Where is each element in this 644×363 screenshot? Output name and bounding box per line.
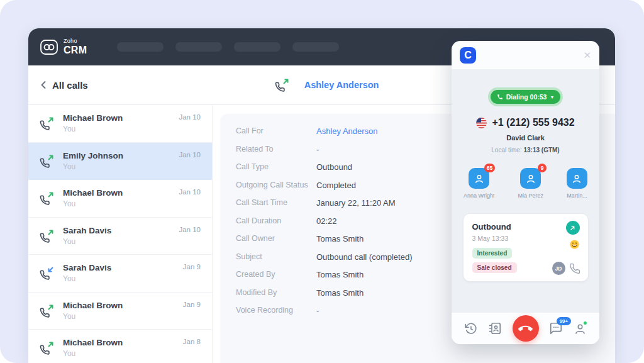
close-icon[interactable]: ✕ (583, 50, 591, 60)
arrow-up-right-icon (566, 221, 580, 235)
dialed-phone-number: +1 (212) 555 9432 (492, 117, 574, 128)
call-date: Jan 10 (179, 151, 201, 159)
contact-name: Anna Wright (464, 193, 494, 199)
agent-status-button[interactable] (574, 322, 587, 335)
field-label: Call Type (236, 162, 316, 172)
caller-name: Michael Brown (63, 113, 179, 123)
zoho-rings-icon (40, 39, 58, 55)
dialer-widget: C ✕ Dialing 00:53 ▼ +1 (212) 555 9432 (452, 41, 599, 344)
contact-avatar-icon: 9 (520, 168, 541, 189)
outgoing-call-icon (40, 303, 55, 318)
agent-avatar: JD (552, 262, 565, 275)
nav-menu (117, 42, 339, 52)
dialer-header: C ✕ (452, 41, 599, 69)
notification-badge: 9 (538, 164, 547, 172)
call-card-title: Outbound (472, 222, 579, 232)
phone-icon (497, 94, 503, 100)
list-item[interactable]: Michael BrownYou Jan 10 (28, 105, 212, 143)
field-value: Outbound (316, 162, 352, 172)
nav-item-placeholder-1[interactable] (117, 42, 164, 52)
chevron-left-icon (40, 81, 47, 89)
field-value: - (316, 306, 319, 315)
call-owner-label: You (63, 199, 179, 208)
field-value-link[interactable]: Ashley Anderson (316, 126, 378, 136)
address-book-icon (488, 321, 502, 335)
outgoing-call-icon (40, 154, 55, 169)
field-label: Call Start Time (236, 198, 316, 208)
list-item[interactable]: Michael BrownYou Jan 8 (28, 330, 212, 363)
field-label: Subject (236, 252, 316, 262)
field-value: Tomas Smith (316, 270, 364, 279)
call-owner-label: You (63, 125, 179, 133)
callee-name: David Clark (506, 134, 545, 142)
us-flag-icon (476, 118, 487, 128)
field-value: Completed (316, 181, 356, 190)
chevron-down-icon: ▼ (550, 95, 554, 99)
dialing-status-label: Dialing 00:53 (506, 93, 547, 101)
messages-button[interactable]: 99+ (549, 321, 563, 335)
field-label: Call Owner (236, 234, 316, 243)
brand-crm: CRM (64, 45, 87, 55)
contact-avatar-icon (567, 168, 587, 189)
list-item[interactable]: Sarah DavisYou Jan 10 (28, 218, 212, 255)
quick-contact[interactable]: 65 Anna Wright (464, 168, 494, 199)
nav-item-placeholder-2[interactable] (175, 42, 222, 52)
call-date: Jan 9 (183, 301, 201, 308)
list-item[interactable]: Michael BrownYou Jan 9 (28, 293, 212, 330)
outgoing-call-icon (40, 116, 55, 131)
call-date: Jan 9 (183, 263, 201, 271)
call-owner-label: You (63, 349, 183, 358)
hang-up-icon (518, 321, 533, 336)
local-time: Local time: 13:13 (GTM) (491, 147, 559, 154)
outgoing-call-icon (40, 191, 55, 206)
field-value: 02:22 (316, 216, 337, 226)
outgoing-call-icon (275, 77, 290, 92)
zoho-crm-logo: Zoho CRM (40, 38, 87, 55)
call-owner-label: You (63, 312, 183, 321)
list-item[interactable]: Michael BrownYou Jan 10 (28, 180, 212, 218)
contacts-button[interactable] (488, 321, 502, 335)
phone-outline-icon (569, 263, 580, 274)
mouse-cursor (635, 354, 644, 363)
call-owner-label: You (63, 162, 179, 171)
online-status-dot (583, 321, 587, 325)
call-history-button[interactable] (464, 322, 477, 335)
contact-name-link[interactable]: Ashley Anderson (304, 80, 379, 90)
field-label: Call For (236, 126, 316, 136)
caller-name: Sarah Davis (63, 226, 179, 235)
nav-item-placeholder-4[interactable] (292, 42, 339, 52)
back-label: All calls (52, 80, 88, 91)
contact-name: Martin... (567, 193, 587, 199)
field-label: Modified By (236, 288, 316, 298)
caller-name: Michael Brown (63, 338, 183, 347)
back-to-all-calls-button[interactable]: All calls (40, 80, 88, 91)
field-label: Call Duration (236, 216, 316, 226)
quick-contact[interactable]: 9 Mia Perez (518, 168, 543, 199)
caller-name: Sarah Davis (63, 263, 183, 272)
dialer-toolbar: 99+ (452, 313, 599, 344)
history-icon (464, 322, 477, 335)
field-value: - (316, 145, 319, 154)
call-owner-label: You (63, 274, 183, 283)
list-item[interactable]: Sarah DavisYou Jan 9 (28, 255, 212, 293)
dialing-status-dropdown[interactable]: Dialing 00:53 ▼ (491, 90, 561, 104)
dialer-body: Dialing 00:53 ▼ +1 (212) 555 9432 David … (452, 69, 599, 313)
call-date: Jan 8 (183, 338, 201, 345)
end-call-button[interactable] (513, 315, 539, 342)
laughing-emoji-icon (569, 239, 580, 252)
list-item-selected[interactable]: Emily JohnsonYou Jan 10 (28, 143, 212, 181)
recent-call-card[interactable]: Outbound 3 May 13:33 Interested Sale clo… (464, 214, 588, 281)
field-label: Voice Recording (236, 306, 316, 315)
field-value: Outbound call (completed) (316, 252, 412, 262)
field-value: Tomas Smith (316, 288, 364, 298)
cloudtalk-logo: C (460, 47, 476, 64)
quick-contact[interactable]: Martin... (567, 168, 587, 199)
nav-item-placeholder-3[interactable] (234, 42, 280, 52)
caller-name: Michael Brown (63, 188, 179, 198)
call-date: Jan 10 (179, 113, 201, 121)
call-card-datetime: 3 May 13:33 (472, 235, 579, 242)
outgoing-call-icon (40, 228, 55, 243)
tag-interested: Interested (472, 248, 513, 259)
contact-name: Mia Perez (518, 193, 543, 199)
brand-zoho: Zoho (64, 38, 87, 44)
